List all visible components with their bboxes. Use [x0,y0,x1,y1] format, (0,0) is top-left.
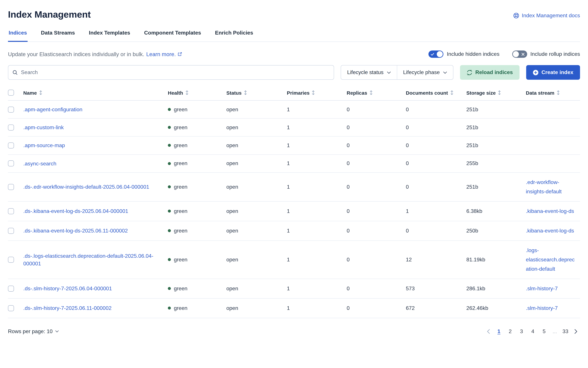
row-checkbox[interactable] [8,106,14,112]
pagination-ellipsis: … [550,329,559,334]
search-box [8,65,334,80]
data-stream-link[interactable]: .kibana-event-log-ds [526,226,574,236]
health-dot-icon [168,287,171,290]
table-row: .ds-.kibana-event-log-ds-2025.06.11-0000… [8,221,580,241]
data-stream-link[interactable]: .slm-history-7 [526,284,558,293]
data-stream-link[interactable]: .slm-history-7 [526,304,558,313]
description-text: Update your Elasticsearch indices indivi… [8,51,144,57]
primaries-value: 1 [287,119,347,136]
primaries-value: 1 [287,101,347,118]
chevron-down-icon [443,71,447,74]
page-number-button[interactable]: 33 [560,326,570,337]
index-name-link[interactable]: .apm-agent-configuration [23,106,82,113]
sort-icon [244,90,247,95]
storage-size-value: 251b [466,119,526,136]
index-name-link[interactable]: .ds-.logs-elasticsearch.deprecation-defa… [23,252,160,267]
tab-component-templates[interactable]: Component Templates [143,30,202,42]
status-value: open [226,173,287,201]
tab-data-streams[interactable]: Data Streams [40,30,76,42]
storage-size-value: 286.1kb [466,279,526,298]
row-checkbox[interactable] [8,184,14,190]
health-dot-icon [168,126,171,129]
row-checkbox[interactable] [8,257,14,263]
rows-per-page-button[interactable]: Rows per page: 10 [8,329,59,334]
tab-enrich-policies[interactable]: Enrich Policies [214,30,254,42]
primaries-value: 1 [287,299,347,318]
primaries-value: 1 [287,155,347,172]
next-page-button[interactable] [572,328,580,335]
lifecycle-status-filter[interactable]: Lifecycle status [341,65,397,79]
storage-size-value: 251b [466,173,526,201]
page-number-button[interactable]: 5 [539,326,549,337]
column-header-documents-count[interactable]: Documents count [406,88,466,100]
page-number-button[interactable]: 3 [517,326,527,337]
toggle-switch[interactable] [428,50,443,58]
documents-count-value: 0 [406,119,466,136]
previous-page-button[interactable] [484,328,493,335]
documents-count-value: 0 [406,173,466,201]
column-header-status[interactable]: Status [226,88,287,100]
storage-size-value: 251b [466,101,526,118]
documents-count-value: 1 [406,202,466,221]
row-checkbox[interactable] [8,160,14,166]
health-dot-icon [168,229,171,232]
toggle-group: Include rollup indices [512,50,580,58]
index-name-link[interactable]: .ds-.kibana-event-log-ds-2025.06.04-0000… [23,207,128,215]
select-all-checkbox[interactable] [8,90,14,96]
health-value: green [174,208,188,214]
page-number-button[interactable]: 1 [494,326,504,337]
column-header-primaries[interactable]: Primaries [287,88,347,100]
replicas-value: 0 [347,299,406,318]
index-name-link[interactable]: .apm-source-map [23,142,65,149]
reload-indices-button[interactable]: Reload indices [460,65,520,80]
row-checkbox[interactable] [8,228,14,234]
refresh-icon [467,70,472,75]
primaries-value: 1 [287,221,347,240]
column-header-name[interactable]: Name [23,88,168,100]
table-row: .ds-.edr-workflow-insights-default-2025.… [8,173,580,202]
page-number-button[interactable]: 4 [528,326,538,337]
learn-more-link[interactable]: Learn more. [146,51,182,57]
plus-in-circle-icon [533,70,539,75]
status-value: open [226,155,287,172]
row-checkbox[interactable] [8,142,14,148]
column-header-replicas[interactable]: Replicas [347,88,406,100]
data-stream-link[interactable]: .logs-elasticsearch.deprecation-default [526,246,577,274]
toggles: Include hidden indices Include rollup in… [428,50,580,58]
data-stream-link[interactable]: .kibana-event-log-ds [526,207,574,216]
page-description: Update your Elasticsearch indices indivi… [8,51,182,57]
lifecycle-phase-filter[interactable]: Lifecycle phase [397,65,453,79]
documents-count-value: 573 [406,279,466,298]
create-index-button[interactable]: Create index [526,65,580,80]
tab-index-templates[interactable]: Index Templates [88,30,131,42]
column-header-storage-size[interactable]: Storage size [466,88,526,100]
index-name-link[interactable]: .ds-.slm-history-7-2025.06.04-000001 [23,285,112,292]
row-checkbox[interactable] [8,286,14,292]
search-input[interactable] [21,69,330,75]
x-icon [521,51,524,57]
health-value: green [174,184,188,190]
index-name-link[interactable]: .apm-custom-link [23,124,64,131]
sort-icon [39,90,43,95]
index-name-link[interactable]: .ds-.edr-workflow-insights-default-2025.… [23,183,149,191]
replicas-value: 0 [347,155,406,172]
primaries-value: 1 [287,202,347,221]
storage-size-value: 251b [466,137,526,154]
storage-size-value: 255b [466,155,526,172]
index-name-link[interactable]: .ds-.slm-history-7-2025.06.11-000002 [23,304,112,312]
page-number-button[interactable]: 2 [505,326,515,337]
column-header-data-stream[interactable]: Data stream [526,88,580,100]
index-name-link[interactable]: .ds-.kibana-event-log-ds-2025.06.11-0000… [23,227,128,234]
primaries-value: 1 [287,241,347,279]
sort-icon [369,90,373,95]
index-name-link[interactable]: .async-search [23,160,56,167]
tab-indices[interactable]: Indices [8,30,28,42]
row-checkbox[interactable] [8,208,14,214]
data-stream-link[interactable]: .edr-workflow-insights-default [526,178,577,196]
health-dot-icon [168,210,171,213]
toggle-switch[interactable] [512,50,527,58]
column-header-health[interactable]: Health [168,88,226,100]
row-checkbox[interactable] [8,125,14,130]
docs-link[interactable]: Index Management docs [513,13,580,18]
row-checkbox[interactable] [8,305,14,311]
